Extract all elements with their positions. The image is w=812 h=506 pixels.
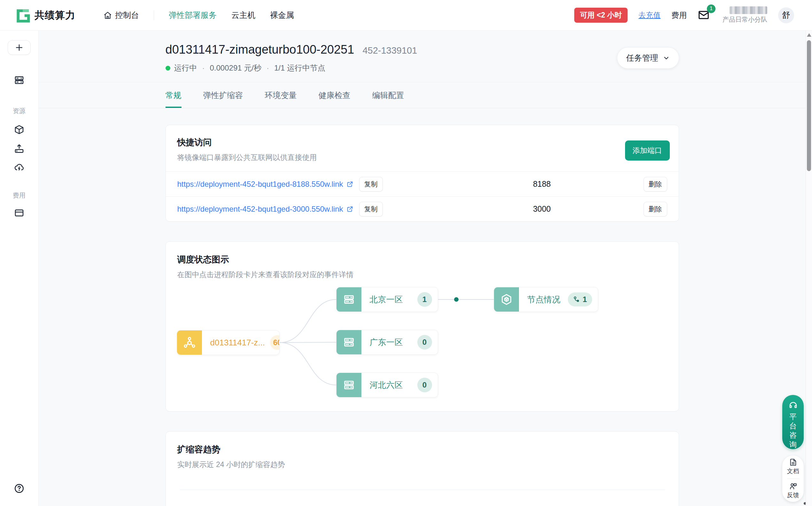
create-button[interactable] <box>8 40 31 55</box>
nav-item-console[interactable]: 控制台 <box>104 10 139 20</box>
platform-consult-button[interactable]: 平台咨询 <box>782 395 804 449</box>
nav-label: 裸金属 <box>270 10 294 20</box>
main-nav: 控制台 弹性部署服务 云主机 裸金属 <box>104 10 294 20</box>
status-dot <box>165 66 170 71</box>
scrollbar-up-arrow[interactable] <box>807 33 811 37</box>
external-link-icon <box>346 205 353 213</box>
user-block[interactable]: 产品日常小分队 <box>723 6 767 24</box>
tab-general[interactable]: 常规 <box>165 82 182 108</box>
port-url-text: https://deployment-452-bqut1ged-8188.550… <box>177 180 343 189</box>
sidebar-item-storage-upload[interactable] <box>14 143 24 154</box>
sidebar-item-images[interactable] <box>14 124 24 135</box>
scrollbar-thumb[interactable] <box>807 40 811 171</box>
feedback-button[interactable]: 反馈 <box>787 482 799 499</box>
nav-item-elastic-deploy[interactable]: 弹性部署服务 <box>169 10 217 20</box>
trend-card: 扩缩容趋势 实时展示近 24 小时的扩缩容趋势 <box>165 431 679 506</box>
brand[interactable]: 共绩算力 <box>15 8 75 23</box>
task-manage-button[interactable]: 任务管理 <box>617 47 679 69</box>
quick-access-card: 快捷访问 将镜像端口暴露到公共互联网以供直接使用 添加端口 https://de… <box>165 125 679 222</box>
region-node-hebei[interactable]: 河北六区 0 <box>336 372 438 398</box>
region-node-guangdong[interactable]: 广东一区 0 <box>336 330 438 355</box>
nav-label: 控制台 <box>115 10 139 20</box>
page-title: d01311417-zimageturbo100-20251 <box>165 43 354 57</box>
delete-button[interactable]: 删除 <box>644 177 667 191</box>
schedule-subtitle: 在图中点击进程阶段卡片来查看该阶段对应的事件详情 <box>177 270 667 280</box>
main-area: d01311417-zimageturbo100-20251 452-13391… <box>39 31 806 506</box>
port-number: 8188 <box>533 179 551 189</box>
delete-button[interactable]: 删除 <box>644 202 667 217</box>
region-node-label: 广东一区 <box>370 337 403 348</box>
tab-env-vars[interactable]: 环境变量 <box>265 82 297 108</box>
tab-health-check[interactable]: 健康检查 <box>319 82 350 108</box>
server-icon <box>337 373 361 397</box>
region-node-beijing[interactable]: 北京一区 1 <box>336 287 438 312</box>
mail-button[interactable]: 1 <box>697 9 712 22</box>
trend-subtitle: 实时展示近 24 小时的扩缩容趋势 <box>177 460 667 470</box>
username-blurred <box>730 6 767 14</box>
nav-item-cloud-host[interactable]: 云主机 <box>231 10 255 20</box>
server-icon <box>337 330 361 354</box>
tab-bar: 常规 弹性扩缩容 环境变量 健康检查 编辑配置 <box>39 82 806 108</box>
region-node-badge: 0 <box>417 378 432 392</box>
server-icon <box>337 287 361 312</box>
node-status-card[interactable]: 节点情况 1 <box>494 287 598 312</box>
quick-access-subtitle: 将镜像端口暴露到公共互联网以供直接使用 <box>177 153 667 163</box>
team-name: 产品日常小分队 <box>723 15 767 24</box>
region-node-badge: 0 <box>417 335 432 350</box>
price-text: 0.000291 元/秒 <box>210 63 261 73</box>
brand-name: 共绩算力 <box>35 9 75 22</box>
sidebar-section-resources: 资源 <box>13 107 25 115</box>
server-stack-icon <box>14 75 24 85</box>
docs-button[interactable]: 文档 <box>787 458 799 475</box>
page-header: d01311417-zimageturbo100-20251 452-13391… <box>39 31 806 82</box>
brand-logo-icon <box>15 8 30 23</box>
help-circle-icon <box>14 483 24 494</box>
schedule-card: 调度状态图示 在图中点击进程阶段卡片来查看该阶段对应的事件详情 <box>165 241 679 412</box>
deployment-node-badge: 60 <box>270 335 279 350</box>
recharge-link[interactable]: 去充值 <box>638 10 661 20</box>
running-nodes-text: 1/1 运行中节点 <box>274 63 325 73</box>
status-text: 运行中 <box>174 63 197 73</box>
hexagon-cube-icon <box>494 287 519 312</box>
region-node-badge: 1 <box>417 292 432 307</box>
nav-divider <box>154 10 154 20</box>
port-row: https://deployment-452-bqut1ged-3000.550… <box>166 196 679 221</box>
help-button[interactable] <box>14 483 24 494</box>
connector-progress-dot <box>454 297 459 302</box>
deployment-node-label: d01311417-z... <box>210 338 265 348</box>
task-manage-label: 任务管理 <box>626 53 658 63</box>
avatar[interactable]: 舒 <box>778 7 794 23</box>
plus-icon <box>14 43 24 52</box>
upload-icon <box>14 144 24 154</box>
tab-autoscaling[interactable]: 弹性扩缩容 <box>203 82 243 108</box>
feedback-icon <box>789 482 797 490</box>
sidebar-item-cloud[interactable] <box>14 162 24 173</box>
feedback-label: 反馈 <box>787 491 799 499</box>
document-icon <box>789 458 797 467</box>
deployment-node[interactable]: d01311417-z... 60 <box>177 330 280 355</box>
vertical-scrollbar[interactable] <box>806 31 812 506</box>
copy-button[interactable]: 复制 <box>359 202 383 217</box>
headset-icon <box>788 400 798 410</box>
mail-unread-badge: 1 <box>707 4 716 13</box>
nav-label: 弹性部署服务 <box>169 10 217 20</box>
deployment-id: 452-1339101 <box>362 45 417 56</box>
node-status-count: 1 <box>583 295 587 304</box>
copy-button[interactable]: 复制 <box>359 177 383 191</box>
package-icon <box>14 124 24 135</box>
separator: · <box>267 64 269 73</box>
nav-item-bare-metal[interactable]: 裸金属 <box>270 10 294 20</box>
port-url-link[interactable]: https://deployment-452-bqut1ged-8188.550… <box>177 180 353 189</box>
schedule-title: 调度状态图示 <box>177 254 667 265</box>
sidebar-item-deployments[interactable] <box>14 75 24 86</box>
sidebar-item-billing[interactable] <box>14 207 24 218</box>
port-url-link[interactable]: https://deployment-452-bqut1ged-3000.550… <box>177 204 353 214</box>
port-url-text: https://deployment-452-bqut1ged-3000.550… <box>177 204 343 214</box>
quick-access-title: 快捷访问 <box>177 137 667 148</box>
helper-panel: 文档 反馈 <box>782 455 804 502</box>
add-port-button[interactable]: 添加端口 <box>625 141 670 161</box>
tab-edit-config[interactable]: 编辑配置 <box>372 82 404 108</box>
billing-nav-link[interactable]: 费用 <box>671 10 687 20</box>
nav-label: 云主机 <box>231 10 255 20</box>
port-row: https://deployment-452-bqut1ged-8188.550… <box>166 171 679 196</box>
